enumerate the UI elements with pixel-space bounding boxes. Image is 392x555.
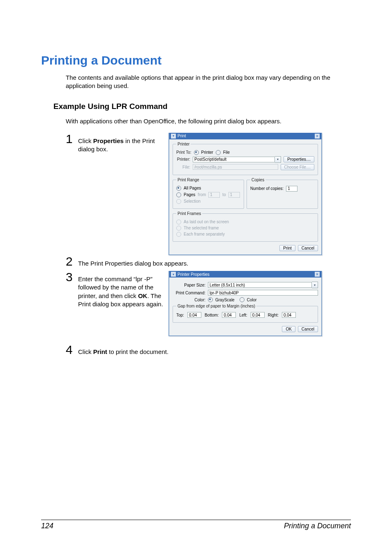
bottom-input[interactable] <box>222 312 236 318</box>
color-label: Color: <box>173 298 205 302</box>
close-icon[interactable]: × <box>315 272 320 277</box>
cancel-button[interactable]: Cancel <box>298 326 318 332</box>
chevron-down-icon[interactable]: ▾ <box>171 272 176 277</box>
print-frames-group: Print Frames As laid out on the screen T… <box>173 211 318 242</box>
margin-gap-group: Gap from edge of paper to Margin (inches… <box>173 304 318 323</box>
choose-file-button: Choose File.... <box>281 164 314 170</box>
step-2-text: The Print Properties dialog box appears. <box>78 255 188 268</box>
step-number-2: 2 <box>66 255 78 268</box>
footer-title: Printing a Document <box>284 522 351 530</box>
right-input[interactable] <box>282 312 296 318</box>
file-input <box>193 164 278 170</box>
print-command-input[interactable] <box>208 290 318 296</box>
step-3-text: Enter the command “lpr -P” followed by t… <box>78 271 164 308</box>
bottom-label: Bottom: <box>205 313 219 317</box>
chevron-down-icon[interactable]: ▾ <box>312 282 318 288</box>
printer-properties-titlebar: ▾ Printer Properties × <box>169 271 321 278</box>
paper-size-label: Paper Size: <box>173 283 205 287</box>
all-pages-radio[interactable] <box>176 186 181 191</box>
printer-properties-title: Printer Properties <box>178 272 210 277</box>
step-number-3: 3 <box>66 271 78 283</box>
print-command-label: Print Command: <box>173 291 205 295</box>
print-range-group: Print Range All Pages Pages from to <box>173 178 244 209</box>
subsection-heading: Example Using LPR Command <box>53 102 351 111</box>
from-input <box>208 192 220 198</box>
print-to-printer-radio[interactable] <box>194 150 199 155</box>
printer-properties-dialog: ▾ Printer Properties × Paper Size: ▾ Pri… <box>168 271 322 336</box>
copies-legend: Copies <box>250 178 265 182</box>
copies-group: Copies Number of copies: <box>247 178 318 209</box>
color-radio[interactable] <box>240 297 244 302</box>
step-4-text: Click Print to print the document. <box>78 344 168 356</box>
print-range-legend: Print Range <box>176 178 201 182</box>
chevron-down-icon[interactable]: ▾ <box>275 156 281 163</box>
print-dialog-titlebar: ▾ Print × <box>169 133 321 139</box>
all-pages-label: All Pages <box>184 186 201 190</box>
print-frames-legend: Print Frames <box>176 211 202 216</box>
top-label: Top: <box>176 313 184 317</box>
as-laid-out-radio <box>176 220 181 224</box>
color-option-label: Color <box>247 298 257 302</box>
page-number: 124 <box>41 522 53 530</box>
print-to-file-radio[interactable] <box>216 150 221 155</box>
step-1-text: Click Properties in the Print dialog box… <box>78 133 164 154</box>
to-input <box>228 192 240 198</box>
each-frame-radio <box>176 232 181 237</box>
print-to-printer-label: Printer <box>201 150 213 155</box>
pages-radio[interactable] <box>176 192 181 197</box>
page-footer: 124 Printing a Document <box>41 520 351 530</box>
selection-label: Selection <box>184 199 201 204</box>
selection-radio <box>176 199 181 204</box>
grayscale-label: GrayScale <box>215 298 235 302</box>
grayscale-radio[interactable] <box>208 297 213 302</box>
paper-size-input[interactable] <box>208 282 312 288</box>
print-to-file-label: File <box>223 150 230 155</box>
cancel-button[interactable]: Cancel <box>298 245 318 251</box>
as-laid-out-label: As laid out on the screen <box>184 220 229 224</box>
properties-button[interactable]: Properties.... <box>284 156 314 162</box>
printer-name-label: Printer: <box>176 157 190 162</box>
left-label: Left: <box>239 313 247 317</box>
printer-group: Printer Print To: Printer File Printer: <box>173 142 318 175</box>
margin-gap-legend: Gap from edge of paper to Margin (inches… <box>176 304 256 308</box>
file-label: File: <box>176 165 190 169</box>
right-label: Right: <box>268 313 279 317</box>
print-button[interactable]: Print <box>279 245 295 251</box>
close-icon[interactable]: × <box>315 134 320 139</box>
step-number-1: 1 <box>66 133 78 145</box>
print-to-label: Print To: <box>176 150 191 155</box>
selected-frame-label: The selected frame <box>184 226 219 230</box>
section-heading: Printing a Document <box>41 53 351 67</box>
print-dialog-title: Print <box>178 134 186 138</box>
section-intro: The contents and available options that … <box>66 74 351 90</box>
to-label: to <box>222 192 226 197</box>
chevron-down-icon[interactable]: ▾ <box>171 134 176 139</box>
ok-button[interactable]: OK <box>282 326 295 332</box>
step-number-4: 4 <box>66 344 78 356</box>
num-copies-label: Number of copies: <box>250 186 284 191</box>
top-input[interactable] <box>187 312 201 318</box>
subsection-intro: With applications other than OpenOffice,… <box>66 117 351 125</box>
from-label: from <box>198 192 206 197</box>
printer-name-input[interactable] <box>193 157 275 162</box>
left-input[interactable] <box>251 312 265 318</box>
each-frame-label: Each frame separately <box>184 232 225 236</box>
num-copies-input[interactable] <box>286 186 297 192</box>
pages-label: Pages <box>184 192 195 197</box>
print-dialog: ▾ Print × Printer Print To: Printer File <box>168 133 322 255</box>
printer-group-legend: Printer <box>176 142 191 146</box>
selected-frame-radio <box>176 226 181 231</box>
